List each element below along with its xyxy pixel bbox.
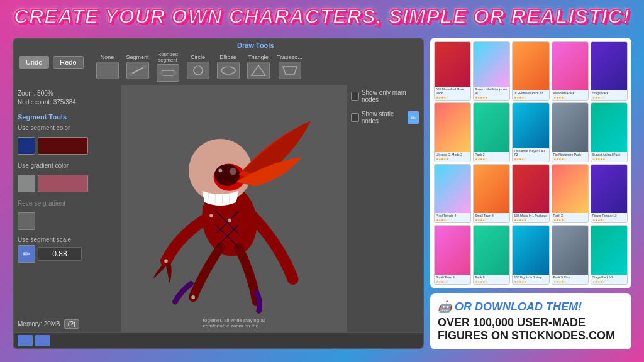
download-section: 🤖 OR DOWNLOAD THEM! OVER 100,000 USER-MA… xyxy=(430,293,631,349)
community-card[interactable]: Project LifeHat (update 4) ★★★★★ xyxy=(473,41,510,101)
scale-row: ✏ 0.88 xyxy=(18,245,117,263)
community-card[interactable]: Stage Pack V2 ★★★★☆ xyxy=(591,225,628,284)
community-card-stars: ★★★★☆ xyxy=(474,157,509,162)
community-card-image xyxy=(435,42,470,87)
community-card-title: Stage Pack V2 xyxy=(591,275,627,280)
character-artwork xyxy=(121,85,347,332)
app-window: Undo Redo Draw Tools None Segment xyxy=(13,38,424,349)
gradient-color-active-swatch[interactable] xyxy=(18,175,35,192)
community-card-stars: ★★★★☆ xyxy=(552,218,588,222)
tool-rounded-segment[interactable]: Roundedsegment xyxy=(154,50,182,83)
pencil-button[interactable]: ✏ xyxy=(408,111,419,124)
community-card[interactable]: Stage Pack ★★★☆☆ xyxy=(591,41,628,101)
tool-segment[interactable]: Segment xyxy=(124,53,152,80)
download-body: OVER 100,000 USER-MADE FIGURES ON STICKN… xyxy=(438,316,624,343)
scale-label: Use segment scale xyxy=(18,236,117,243)
scale-section: Use segment scale ✏ 0.88 xyxy=(18,236,117,263)
gradient-color-row xyxy=(18,175,117,192)
svg-point-6 xyxy=(194,66,203,75)
community-card-title: 168 Fights In 1 Map xyxy=(513,275,548,280)
community-card[interactable]: Pack 2 ★★★★☆ xyxy=(473,102,510,162)
community-card[interactable]: 168 Maps In 1 Package ★★★★★ xyxy=(512,164,549,223)
community-card[interactable]: Pixel Temple 4 ★★★★☆ xyxy=(434,164,471,223)
community-card[interactable]: Sunset Animal Pack ★★★★★ xyxy=(591,102,628,162)
tool-none[interactable]: None xyxy=(94,53,121,80)
redo-button[interactable]: Redo xyxy=(53,56,83,69)
svg-point-2 xyxy=(143,65,147,69)
community-card-title: Freelance Player Files P2 xyxy=(513,148,548,157)
community-card-stars: ★★★★★ xyxy=(474,96,509,100)
community-card-stars: ★★★★☆ xyxy=(552,96,588,100)
help-button[interactable]: (?) xyxy=(64,319,79,329)
community-card-title: Pack 2 xyxy=(474,152,509,157)
community-card-stars: ★★★★☆ xyxy=(591,218,627,222)
community-card-image xyxy=(591,42,627,90)
community-card[interactable]: Pack 3 Plus ★★★★☆ xyxy=(552,225,589,284)
reverse-gradient-label: Reverse gradient xyxy=(18,200,117,207)
community-card-title: Pack 8 xyxy=(474,275,509,280)
segment-icon xyxy=(128,64,147,77)
community-card[interactable]: Pack X ★★★★☆ xyxy=(552,164,589,223)
right-panel: Show only main nodes Show static nodes ✏ xyxy=(347,85,423,332)
tool-ellipse[interactable]: Ellipse xyxy=(214,53,242,80)
community-card[interactable]: 168 Fights In 1 Map ★★★★★ xyxy=(512,225,549,284)
svg-point-17 xyxy=(230,168,237,175)
community-card[interactable]: 3D-Remake Pack 13 ★★★★☆ xyxy=(512,41,549,101)
community-card-title: 3D-Remake Pack 13 xyxy=(513,90,548,96)
segment-color-preview[interactable] xyxy=(38,137,88,155)
nav-btn-2[interactable] xyxy=(35,335,50,346)
community-card-image xyxy=(435,226,470,274)
canvas-area[interactable]: together, all while staying atcomfortabl… xyxy=(121,85,347,332)
svg-point-26 xyxy=(219,168,223,172)
gradient-color-label: Use gradient color xyxy=(18,162,117,169)
undo-button[interactable]: Undo xyxy=(19,56,49,69)
community-card-image xyxy=(435,165,470,213)
community-card-stars: ★★★★☆ xyxy=(513,157,548,162)
community-card[interactable]: Ulysses C. Mode 2 ★★★★★ xyxy=(434,102,471,162)
show-static-nodes-checkbox[interactable] xyxy=(351,113,359,122)
community-card-image xyxy=(474,103,509,151)
reverse-gradient-swatch[interactable] xyxy=(18,212,35,230)
nav-btn-1[interactable] xyxy=(18,335,33,346)
community-card-stars: ★★★★☆ xyxy=(513,96,548,100)
community-card[interactable]: Finger Tongue 13 ★★★★☆ xyxy=(591,164,628,223)
gradient-color-preview[interactable] xyxy=(38,175,88,192)
community-card-image xyxy=(513,226,548,274)
show-main-nodes-label: Show only main nodes xyxy=(362,89,419,103)
svg-point-30 xyxy=(191,295,195,299)
community-card[interactable]: Freelance Player Files P2 ★★★★☆ xyxy=(512,102,549,162)
community-card[interactable]: Pack 8 ★★★★☆ xyxy=(473,225,510,284)
show-main-nodes-checkbox[interactable] xyxy=(351,92,359,101)
community-card-image xyxy=(591,103,627,151)
svg-point-9 xyxy=(227,65,230,68)
show-main-nodes-row: Show only main nodes xyxy=(351,89,419,103)
community-card[interactable]: 555 Maps And More Pack ★★★★☆ xyxy=(434,41,471,101)
community-card[interactable]: Small Town 9 ★★★☆☆ xyxy=(434,225,471,284)
community-panel: 555 Maps And More Pack ★★★★☆ Project Lif… xyxy=(430,38,631,349)
community-card-image xyxy=(552,165,588,213)
community-card-stars: ★★★★☆ xyxy=(552,280,588,284)
community-card-image xyxy=(591,226,627,274)
community-card-stars: ★★★★☆ xyxy=(474,218,509,222)
memory-area: Memory: 20MB (?) xyxy=(18,319,117,329)
tool-trapezoid[interactable]: Trapezo... xyxy=(275,53,305,80)
svg-point-4 xyxy=(159,71,163,75)
scale-value[interactable]: 0.88 xyxy=(38,247,82,261)
community-card-stars: ★★★☆☆ xyxy=(435,280,470,284)
draw-tools-row: None Segment Roundedsegment xyxy=(94,50,418,83)
community-card-image xyxy=(513,42,548,90)
left-panel: Zoom: 500% Node count: 375/384 Segment T… xyxy=(14,85,121,332)
community-card-stars: ★★★★☆ xyxy=(435,218,470,222)
svg-rect-3 xyxy=(161,70,175,75)
tool-circle[interactable]: Circle xyxy=(184,53,212,80)
main-content: Undo Redo Draw Tools None Segment xyxy=(13,38,631,349)
segment-tools-title: Segment Tools xyxy=(18,113,117,121)
segment-color-row xyxy=(18,137,117,155)
tool-triangle[interactable]: Triangle xyxy=(245,53,272,80)
community-card[interactable]: Pig Nightmare Pack ★★★★☆ xyxy=(552,102,589,162)
community-card[interactable]: Weapons Pack ★★★★☆ xyxy=(552,41,589,101)
segment-color-active-swatch[interactable] xyxy=(18,137,35,155)
community-card-stars: ★★★★☆ xyxy=(591,280,627,284)
community-card[interactable]: Small Town 8 ★★★★☆ xyxy=(473,164,510,223)
community-card-stars: ★★★★★ xyxy=(513,218,548,222)
